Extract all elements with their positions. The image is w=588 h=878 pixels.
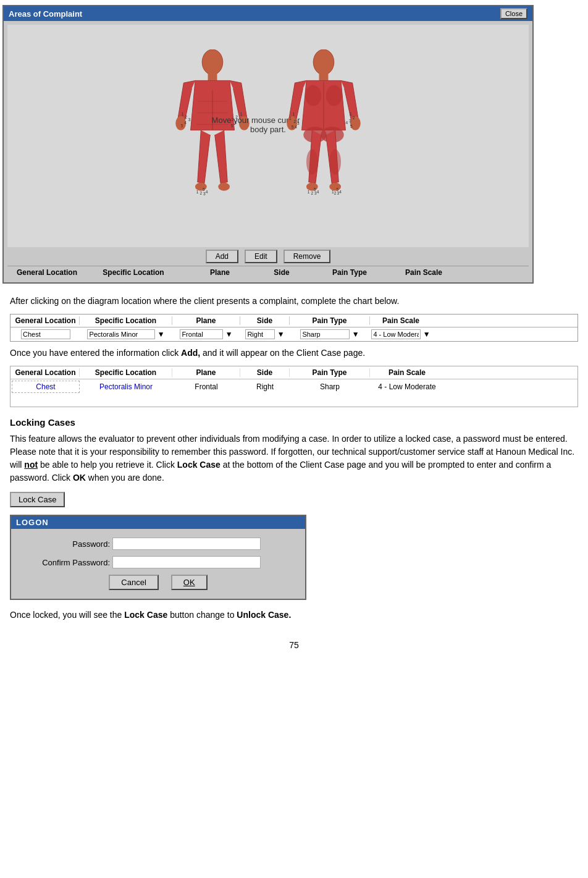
side-input[interactable] <box>245 329 275 339</box>
svg-rect-26 <box>319 74 329 80</box>
svg-text:2: 2 <box>200 191 202 195</box>
plane-input[interactable] <box>180 329 223 339</box>
add-button[interactable]: Add <box>206 250 238 263</box>
entry-col-specific: Specific Location <box>80 316 172 325</box>
svg-text:5: 5 <box>337 187 339 192</box>
aoc-body: 1 2 3 4 5 1 2 3 4 5 1 2 3 4 5 <box>4 21 532 282</box>
result-paintype: Sharp <box>290 381 370 392</box>
locking-cases-paragraph: This feature allows the evaluator to pre… <box>10 433 578 484</box>
aoc-title-bar: Areas of Complaint Close <box>4 6 532 21</box>
svg-text:5: 5 <box>181 124 183 128</box>
result-col-plane: Plane <box>172 368 240 377</box>
result-general: Chest <box>12 381 80 393</box>
locking-cases-heading: Locking Cases <box>10 417 578 428</box>
svg-point-0 <box>202 49 223 75</box>
lock-case-button[interactable]: Lock Case <box>10 492 65 507</box>
locking-para-end: when you are done. <box>86 473 164 483</box>
password-input[interactable] <box>112 538 261 550</box>
password-row: Password: <box>23 538 293 550</box>
close-button[interactable]: Close <box>500 8 527 19</box>
svg-text:1: 1 <box>196 190 199 194</box>
svg-text:1: 1 <box>350 112 352 116</box>
locking-para-cont: be able to help you retrieve it. Click <box>38 460 177 470</box>
result-side: Right <box>240 381 290 392</box>
lock-case-area: Lock Case <box>10 492 578 507</box>
paragraph2: Once you have entered the information cl… <box>10 347 578 360</box>
edit-button[interactable]: Edit <box>245 250 277 263</box>
svg-text:2: 2 <box>334 191 337 195</box>
svg-text:4: 4 <box>206 190 208 194</box>
svg-text:2: 2 <box>293 119 296 124</box>
logon-body: Password: Confirm Password: Cancel OK <box>11 529 305 599</box>
paragraph3-pre: Once locked, you will see the <box>10 610 124 620</box>
col-header-paintype: Pain Type <box>306 268 393 277</box>
entry-table-header: General Location Specific Location Plane… <box>10 314 578 327</box>
aoc-title: Areas of Complaint <box>9 9 82 19</box>
result-row: Chest Pectoralis Minor Frontal Right Sha… <box>10 379 578 394</box>
result-table-header: General Location Specific Location Plane… <box>10 366 578 379</box>
col-header-plane: Plane <box>183 268 257 277</box>
svg-text:2: 2 <box>185 115 187 119</box>
result-plane: Frontal <box>172 381 240 392</box>
cancel-button[interactable]: Cancel <box>109 575 158 590</box>
logon-dialog: LOGON Password: Confirm Password: Cancel… <box>10 515 306 600</box>
svg-text:1: 1 <box>308 190 310 194</box>
svg-text:3: 3 <box>349 119 351 123</box>
main-content: After clicking on the diagram location w… <box>0 289 588 669</box>
password-label: Password: <box>23 539 110 549</box>
svg-point-9 <box>218 183 230 191</box>
specific-location-input[interactable] <box>87 329 155 339</box>
lock-case-inline: Lock Case <box>177 460 220 470</box>
general-location-cell <box>12 329 80 340</box>
aoc-buttons: Add Edit Remove <box>7 247 529 266</box>
pain-scale-cell: ▼ <box>370 329 432 340</box>
back-figure: 1 1 2 3 4 5 1 2 3 4 5 1 2 3 4 5 <box>280 49 367 222</box>
pain-type-input[interactable] <box>300 329 350 339</box>
paragraph2-pre: Once you have entered the information cl… <box>10 348 181 358</box>
svg-text:5: 5 <box>292 125 294 129</box>
paragraph3-mid: button change to <box>167 610 237 620</box>
result-specific: Pectoralis Minor <box>80 381 172 392</box>
result-col-painscale: Pain Scale <box>370 368 444 377</box>
specific-location-cell: ▼ <box>80 329 172 340</box>
svg-point-29 <box>326 85 342 106</box>
svg-text:1: 1 <box>293 112 295 116</box>
svg-rect-1 <box>208 74 217 80</box>
svg-text:1: 1 <box>289 116 292 120</box>
entry-col-plane: Plane <box>172 316 240 325</box>
ok-button[interactable]: OK <box>171 575 208 590</box>
svg-point-25 <box>313 49 334 75</box>
result-col-general: General Location <box>12 368 80 377</box>
paragraph3: Once locked, you will see the Lock Case … <box>10 609 578 622</box>
svg-text:1: 1 <box>182 112 184 116</box>
svg-point-28 <box>305 85 321 106</box>
logon-title-bar: LOGON <box>11 516 305 529</box>
svg-point-35 <box>329 149 341 174</box>
dropdown-arrow-painscale: ▼ <box>423 330 430 339</box>
confirm-password-row: Confirm Password: <box>23 556 293 568</box>
side-cell: ▼ <box>240 329 290 340</box>
front-body-svg: 1 2 3 4 5 1 2 3 4 5 1 2 3 4 5 <box>169 49 256 222</box>
result-col-specific: Specific Location <box>80 368 172 377</box>
svg-text:2: 2 <box>311 191 313 195</box>
svg-text:3: 3 <box>188 117 191 122</box>
col-header-specific: Specific Location <box>84 268 183 277</box>
paragraph2-bold: Add, <box>181 348 200 358</box>
confirm-password-label: Confirm Password: <box>23 558 110 567</box>
confirm-password-input[interactable] <box>112 556 261 568</box>
result-col-paintype: Pain Type <box>290 368 370 377</box>
remove-button[interactable]: Remove <box>284 250 331 263</box>
entry-col-general: General Location <box>12 316 80 325</box>
pain-scale-input[interactable] <box>371 329 421 339</box>
anatomy-area: 1 2 3 4 5 1 2 3 4 5 1 2 3 4 5 <box>7 25 529 247</box>
result-col-side: Side <box>240 368 290 377</box>
entry-row: ▼ ▼ ▼ ▼ ▼ <box>10 327 578 341</box>
entry-col-side: Side <box>240 316 290 325</box>
svg-text:4: 4 <box>339 190 342 194</box>
general-location-input[interactable] <box>21 329 70 339</box>
svg-text:4: 4 <box>295 125 297 129</box>
svg-text:5: 5 <box>350 124 353 129</box>
page-number: 75 <box>10 640 578 662</box>
ok-inline: OK <box>73 473 86 483</box>
result-table: General Location Specific Location Plane… <box>10 366 578 407</box>
